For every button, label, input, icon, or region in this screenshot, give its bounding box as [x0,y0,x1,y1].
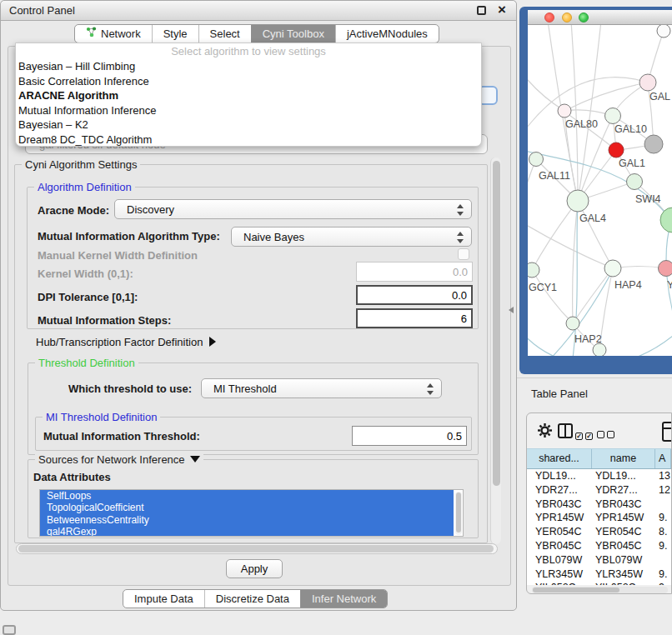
algorithm-option[interactable]: Mutual Information Inference [16,103,481,118]
which-threshold-combo[interactable]: MI Threshold [201,378,442,398]
tab-select[interactable]: Select [198,25,251,42]
network-node[interactable] [558,104,571,118]
network-node[interactable] [528,262,539,278]
table-horizontal-scrollbar[interactable] [532,587,668,593]
table-row[interactable]: YPR145WYPR145W9. [527,511,671,525]
network-node[interactable] [657,25,670,38]
table-row[interactable]: YLR345WYLR345W9. [527,568,671,582]
tab-discretize-data[interactable]: Discretize Data [204,590,300,608]
data-attributes-label: Data Attributes [33,471,111,483]
network-node[interactable] [644,135,663,153]
new-table-icon[interactable] [662,422,672,442]
collapsed-arrow-icon [209,337,216,347]
aracne-mode-combo[interactable]: Discovery [114,199,472,219]
algorithm-definition-legend: Algorithm Definition [34,181,135,193]
network-edge[interactable] [528,223,613,268]
network-node-label: GAL4 [579,212,606,224]
column-header-shared-name[interactable]: shared... [527,449,592,468]
network-node[interactable] [605,108,621,124]
tab-cyni-toolbox[interactable]: Cyni Toolbox [251,25,335,42]
network-node[interactable] [604,260,621,277]
network-node-label: GAL80 [565,118,598,130]
mi-type-label: Mutual Information Algorithm Type: [38,230,220,242]
network-node[interactable] [609,142,624,158]
network-node[interactable] [627,174,643,190]
algorithm-option[interactable]: Dream8 DC_TDC Algorithm [16,132,481,148]
data-attribute-item[interactable]: TopologicalCoefficient [40,502,454,513]
network-edge[interactable] [532,201,578,270]
tab-impute-data[interactable]: Impute Data [123,590,204,608]
network-node[interactable] [593,343,606,356]
network-node-label: GAL10 [614,123,647,135]
kernel-width-field[interactable] [356,262,473,282]
settings-vertical-scrollbar[interactable] [490,158,501,544]
network-node-label: GAL1 [619,158,645,169]
table-row[interactable]: YDR27...YDR27...12 [527,483,671,498]
mi-type-combo[interactable]: Naive Bayes [231,227,472,247]
bottom-tab-bar: Impute Data Discretize Data Infer Networ… [123,589,388,608]
columns-icon[interactable] [558,423,573,438]
network-node[interactable] [567,190,589,212]
mi-steps-field[interactable] [356,308,473,328]
network-node[interactable] [566,317,579,330]
network-node[interactable] [659,261,672,277]
dpi-tolerance-field[interactable] [356,285,473,305]
minimize-window-icon[interactable] [562,12,572,22]
network-window-titlebar[interactable] [528,10,672,25]
table-cell: 13 [655,469,671,483]
gear-icon[interactable] [537,422,553,442]
network-node[interactable] [660,208,672,232]
combo-arrows-icon [456,204,464,216]
algorithm-option[interactable]: ARACNE Algorithm [16,88,481,103]
screen: Control Panel × Network Style Select Cyn… [0,0,672,635]
attributes-scrollbar[interactable] [455,492,462,535]
mi-threshold-field[interactable] [352,426,467,446]
tab-style[interactable]: Style [152,25,198,42]
data-attribute-item[interactable]: gal4RGexp [40,526,454,537]
zoom-window-icon[interactable] [579,12,589,22]
network-edge[interactable] [571,25,578,201]
table-row[interactable]: YER054CYER054C8. [527,525,671,539]
column-header-name[interactable]: name [592,449,655,468]
table-row[interactable]: YDL19...YDL19...13 [527,469,671,483]
table-cell: YBR045C [527,539,592,553]
network-edge[interactable] [573,268,613,323]
close-panel-icon[interactable]: × [498,2,506,18]
select-all-columns-icon[interactable]: ✓✓ [575,427,593,442]
hide-panel-grip[interactable] [3,625,16,635]
algorithm-option[interactable]: Bayesian – K2 [16,118,481,132]
apply-button[interactable]: Apply [226,559,283,578]
panel-title: Control Panel [9,4,75,17]
table-row[interactable]: YBR043CYBR043C [527,498,671,512]
network-node[interactable] [639,74,656,91]
algorithm-option[interactable]: Basic Correlation Inference [16,74,481,89]
table-row[interactable]: YBL079WYBL079W [527,553,671,568]
float-panel-icon[interactable] [477,6,486,15]
threshold-definition-group: Threshold Definition Which threshold to … [28,362,479,455]
table-cell: YLR345W [592,568,655,582]
table-row[interactable]: YBR045CYBR045C9. [527,539,671,553]
tab-jactivemnodules[interactable]: jActiveMNodules [335,25,439,42]
network-edge[interactable] [532,270,573,323]
network-edge[interactable] [578,201,613,268]
network-node-label: GAL11 [539,170,570,182]
unselect-all-columns-icon[interactable] [597,427,614,442]
data-attribute-item[interactable]: BetweennessCentrality [40,514,454,526]
settings-horizontal-scrollbar[interactable] [16,543,498,554]
algorithm-option[interactable]: Bayesian – Hill Climbing [16,59,481,74]
tab-infer-network[interactable]: Infer Network [300,590,387,608]
table-row[interactable]: YIL052CYIL052C9. [527,581,671,585]
network-edge[interactable] [564,82,648,111]
network-canvas[interactable]: GALGAL80GAL10GAL1GAL11SWI4GAL4GCY1HAP4YH… [528,25,672,356]
which-threshold-label: Which threshold to use: [68,382,192,395]
tab-network[interactable]: Network [75,25,152,42]
right-panel-divider [517,378,672,378]
column-header-extra[interactable]: A [655,449,671,468]
panel-collapse-handle[interactable] [509,307,514,313]
hub-definition-toggle[interactable]: Hub/Transcription Factor Definition [36,336,216,348]
close-window-icon[interactable] [544,12,554,22]
manual-kernel-checkbox[interactable] [458,248,469,260]
network-node[interactable] [529,152,544,167]
data-attribute-item[interactable]: SelfLoops [40,490,454,502]
mi-threshold-group: MI Threshold Definition Mutual Informati… [35,417,472,451]
